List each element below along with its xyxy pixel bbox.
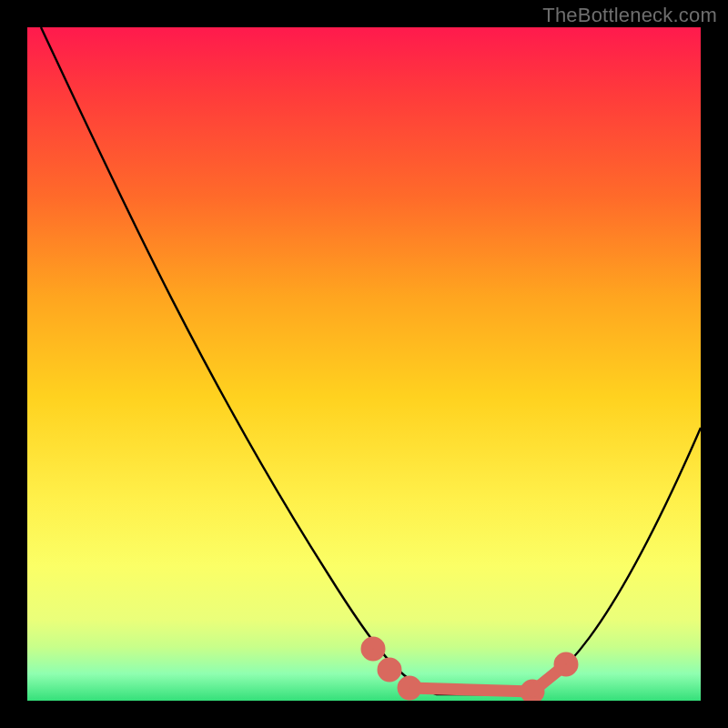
plot-area bbox=[27, 27, 701, 701]
svg-point-1 bbox=[383, 663, 396, 676]
chart-frame: TheBottleneck.com bbox=[0, 0, 728, 728]
svg-point-3 bbox=[403, 682, 416, 694]
svg-line-2 bbox=[410, 688, 532, 692]
watermark-text: TheBottleneck.com bbox=[542, 4, 717, 27]
optimal-range-highlight bbox=[367, 642, 572, 698]
svg-point-6 bbox=[560, 658, 572, 671]
bottleneck-curve bbox=[41, 27, 701, 694]
chart-svg bbox=[27, 27, 701, 701]
svg-point-0 bbox=[367, 642, 379, 655]
